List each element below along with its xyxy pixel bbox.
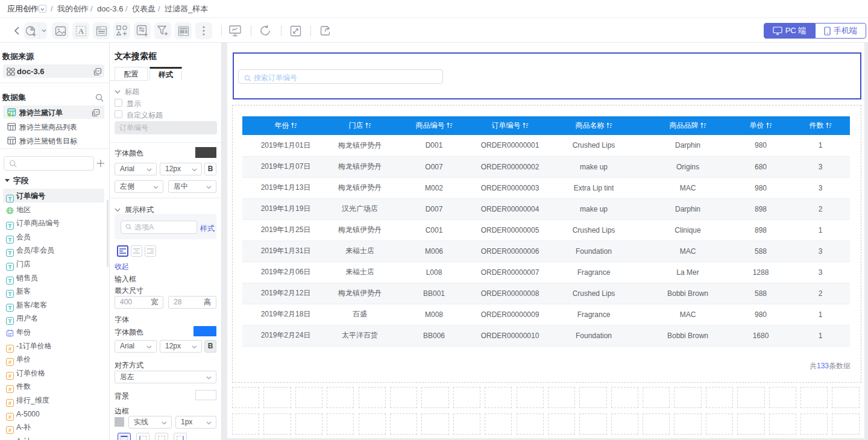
svg-text:A: A xyxy=(78,27,83,35)
